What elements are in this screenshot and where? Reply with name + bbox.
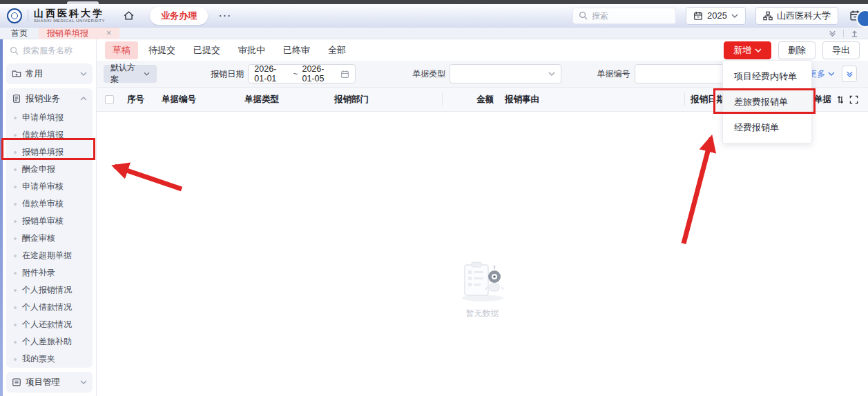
select-all-checkbox[interactable]	[105, 95, 114, 104]
status-tab-inapproval[interactable]: 审批中	[231, 41, 273, 59]
doc-type-select[interactable]	[450, 64, 561, 83]
sidebar: 常用 报销业务 申请单填报 借款单填报 报销单填报 酬金申报 申请单审核 借款单…	[3, 39, 97, 396]
menu-item-fund-expense[interactable]: 经费报销单	[723, 115, 811, 140]
close-icon[interactable]: ×	[106, 28, 111, 38]
tabbar-divider	[843, 30, 844, 37]
chevron-down-icon	[731, 14, 738, 18]
sidebar-group-project-header[interactable]: 项目管理	[6, 372, 93, 393]
browser-chrome-strip	[0, 0, 868, 4]
bullet-dot-icon	[14, 237, 17, 240]
sidebar-group-label: 项目管理	[26, 377, 76, 388]
status-tab-all[interactable]: 全部	[320, 41, 354, 59]
chevron-down-icon	[80, 380, 87, 384]
chevron-down-icon	[80, 72, 87, 76]
service-search-input[interactable]	[23, 46, 89, 55]
bullet-dot-icon	[14, 203, 17, 206]
sidebar-item-loan-audit[interactable]: 借款单审核	[6, 195, 93, 212]
sidebar-group-label: 常用	[26, 68, 76, 80]
sidebar-item-expense-audit[interactable]: 报销单审核	[6, 212, 93, 230]
chevron-double-down-icon[interactable]	[829, 30, 836, 37]
add-button[interactable]: 新增	[724, 41, 771, 59]
menu-item-project-transfer[interactable]: 项目经费内转单	[723, 63, 811, 89]
sidebar-group-expense-header[interactable]: 报销业务	[6, 88, 93, 109]
sidebar-item-label: 酬金审核	[22, 232, 55, 244]
sidebar-item-attachment[interactable]: 附件补录	[6, 264, 93, 281]
col-reason[interactable]: 报销事由	[499, 92, 685, 106]
page-tabbar: 首页 报销单填报 ×	[0, 28, 868, 39]
year-selector[interactable]: 2025	[686, 7, 746, 25]
document-stack-icon	[12, 94, 21, 103]
col-index[interactable]: 序号	[122, 94, 156, 106]
upload-arrow-icon[interactable]	[851, 30, 858, 37]
sidebar-item-label: 借款单填报	[22, 129, 64, 141]
sidebar-item-apply-audit[interactable]: 申请单审核	[6, 178, 93, 195]
sidebar-item-reward-apply[interactable]: 酬金申报	[6, 161, 93, 178]
bullet-dot-icon	[14, 358, 17, 361]
col-amount[interactable]: 金额	[443, 94, 499, 106]
sidebar-item-reward-audit[interactable]: 酬金审核	[6, 230, 93, 247]
org-selector[interactable]: 山西医科大学	[755, 7, 838, 25]
delete-button[interactable]: 删除	[778, 41, 816, 59]
add-button-label: 新增	[733, 44, 751, 57]
sort-arrows-icon[interactable]	[836, 95, 845, 104]
avatar[interactable]	[856, 10, 868, 28]
sidebar-item-my-travel-subsidy[interactable]: 个人差旅补助	[6, 333, 93, 350]
chevron-down-icon	[144, 72, 150, 76]
tab-expense-form[interactable]: 报销单填报 ×	[39, 28, 119, 39]
bullet-dot-icon	[14, 168, 17, 171]
bullet-dot-icon	[14, 186, 17, 188]
search-icon	[579, 11, 588, 20]
bullet-dot-icon	[14, 220, 17, 223]
scheme-selector[interactable]: 默认方案	[104, 65, 157, 83]
service-search[interactable]	[3, 39, 96, 61]
folder-icon	[12, 69, 21, 79]
status-tab-tosubmit[interactable]: 待提交	[141, 41, 183, 59]
global-search[interactable]	[572, 8, 676, 24]
sidebar-item-label: 申请单填报	[22, 112, 64, 123]
export-button[interactable]: 导出	[822, 41, 860, 59]
fullscreen-icon[interactable]	[849, 95, 858, 104]
more-filters-link[interactable]: 更多	[809, 68, 835, 80]
date-to-value[interactable]: 2026-01-05	[302, 64, 336, 83]
bullet-dot-icon	[14, 341, 17, 344]
status-tab-submitted[interactable]: 已提交	[186, 41, 228, 59]
org-name: 山西医科大学	[777, 10, 831, 22]
sidebar-item-expense-fill[interactable]: 报销单填报	[6, 143, 93, 161]
bullet-dot-icon	[14, 324, 17, 326]
nav-tab-business[interactable]: 业务办理	[150, 7, 208, 25]
sidebar-item-overdue-docs[interactable]: 在途超期单据	[6, 247, 93, 264]
menu-item-travel-expense[interactable]: 差旅费报销单	[723, 89, 811, 115]
bullet-dot-icon	[14, 289, 17, 292]
column-settings-label[interactable]: 单据	[814, 94, 831, 106]
sidebar-item-loan-fill[interactable]: 借款单填报	[6, 126, 93, 143]
search-icon	[10, 46, 19, 55]
home-icon[interactable]	[123, 10, 135, 21]
project-box-icon	[12, 377, 21, 387]
sidebar-item-apply-fill[interactable]: 申请单填报	[6, 109, 93, 126]
tab-home[interactable]: 首页	[0, 28, 39, 39]
col-doc-number[interactable]: 单据编号	[156, 94, 239, 106]
sidebar-item-label: 酬金申报	[22, 164, 55, 175]
bullet-dot-icon	[14, 134, 17, 137]
bullet-dot-icon	[14, 272, 17, 275]
sidebar-item-my-tickets[interactable]: 我的票夹	[6, 350, 93, 368]
sidebar-item-my-repay[interactable]: 个人还款情况	[6, 316, 93, 333]
empty-illustration-icon	[454, 258, 512, 304]
collapse-filters-button[interactable]	[842, 66, 857, 82]
date-range-picker[interactable]: 2026-01-01 ~ 2026-01-05	[248, 64, 356, 83]
status-tab-finalized[interactable]: 已终审	[276, 41, 318, 59]
sidebar-item-my-expense[interactable]: 个人报销情况	[6, 281, 93, 299]
sidebar-item-my-loan[interactable]: 个人借款情况	[6, 299, 93, 316]
col-department[interactable]: 报销部门	[329, 92, 443, 106]
sidebar-item-label: 个人借款情况	[22, 301, 72, 313]
bullet-dot-icon	[14, 255, 17, 257]
sidebar-group-project: 项目管理	[6, 372, 93, 393]
sidebar-group-common-header[interactable]: 常用	[6, 63, 93, 84]
status-tab-draft[interactable]: 草稿	[105, 41, 138, 59]
more-nav-dots-icon[interactable]: ···	[219, 10, 232, 21]
calendar-icon	[340, 70, 349, 79]
date-from-value[interactable]: 2026-01-01	[254, 64, 289, 83]
type-filter-label: 单据类型	[412, 68, 445, 80]
col-doc-type[interactable]: 单据类型	[239, 94, 329, 106]
global-search-input[interactable]	[592, 11, 670, 21]
